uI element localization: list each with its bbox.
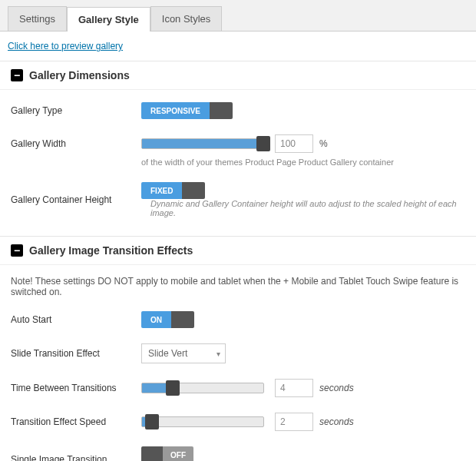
row-single-image: Single Image Transition OFF ON to auto d… (11, 439, 465, 461)
row-speed: Transition Effect Speed seconds (11, 405, 465, 439)
helper-gallery-width: of the width of your themes Product Page… (141, 158, 465, 167)
row-container-height: Gallery Container Height FIXED Dynamic a… (11, 174, 465, 225)
section-title: Gallery Image Transition Effects (29, 244, 193, 257)
unit-percent: % (319, 138, 328, 149)
slider-time-between[interactable] (141, 383, 264, 393)
input-speed[interactable] (275, 413, 313, 431)
helper-container-height: Dynamic and Gallery Container height wil… (150, 199, 465, 217)
toggle-gallery-type[interactable]: RESPONSIVE (141, 102, 233, 119)
label-slide-effect: Slide Transition Effect (11, 348, 141, 359)
row-slide-effect: Slide Transition Effect Slide Vert (11, 336, 465, 371)
section-body-transitions: Note! These settings DO NOT apply to mob… (0, 265, 476, 461)
unit-seconds: seconds (319, 416, 354, 427)
row-gallery-type: Gallery Type RESPONSIVE (11, 95, 465, 127)
label-auto-start: Auto Start (11, 314, 141, 325)
row-auto-start: Auto Start ON (11, 303, 465, 336)
section-header-dimensions[interactable]: − Gallery Dimensions (0, 61, 476, 90)
preview-gallery-link[interactable]: Click here to preview gallery (0, 32, 476, 61)
label-gallery-width: Gallery Width (11, 138, 141, 149)
label-container-height: Gallery Container Height (11, 194, 141, 205)
collapse-icon: − (11, 244, 23, 257)
input-gallery-width[interactable] (275, 134, 313, 153)
tab-bar: Settings Gallery Style Icon Styles (0, 0, 476, 32)
note-transitions: Note! These settings DO NOT apply to mob… (11, 270, 465, 303)
select-slide-effect[interactable]: Slide Vert (141, 343, 226, 363)
collapse-icon: − (11, 69, 23, 81)
slider-speed[interactable] (141, 416, 264, 427)
section-title: Gallery Dimensions (29, 69, 130, 81)
tab-icon-styles[interactable]: Icon Styles (150, 6, 223, 31)
row-gallery-width: Gallery Width % (11, 127, 465, 161)
section-header-transitions[interactable]: − Gallery Image Transition Effects (0, 237, 476, 265)
tab-settings[interactable]: Settings (8, 6, 67, 31)
toggle-auto-start[interactable]: ON (141, 311, 194, 328)
toggle-container-height[interactable]: FIXED (141, 182, 205, 199)
label-speed: Transition Effect Speed (11, 416, 141, 427)
row-time-between: Time Between Transitions seconds (11, 371, 465, 405)
label-single-image: Single Image Transition (11, 454, 141, 461)
toggle-single-image[interactable]: OFF (141, 446, 193, 461)
input-time-between[interactable] (275, 379, 313, 397)
section-body-dimensions: Gallery Type RESPONSIVE Gallery Width % (0, 90, 476, 237)
tab-gallery-style[interactable]: Gallery Style (67, 7, 150, 32)
label-gallery-type: Gallery Type (11, 105, 141, 116)
content-area: Click here to preview gallery − Gallery … (0, 32, 476, 461)
unit-seconds: seconds (319, 383, 354, 393)
label-time-between: Time Between Transitions (11, 383, 141, 393)
slider-gallery-width[interactable] (141, 138, 264, 149)
